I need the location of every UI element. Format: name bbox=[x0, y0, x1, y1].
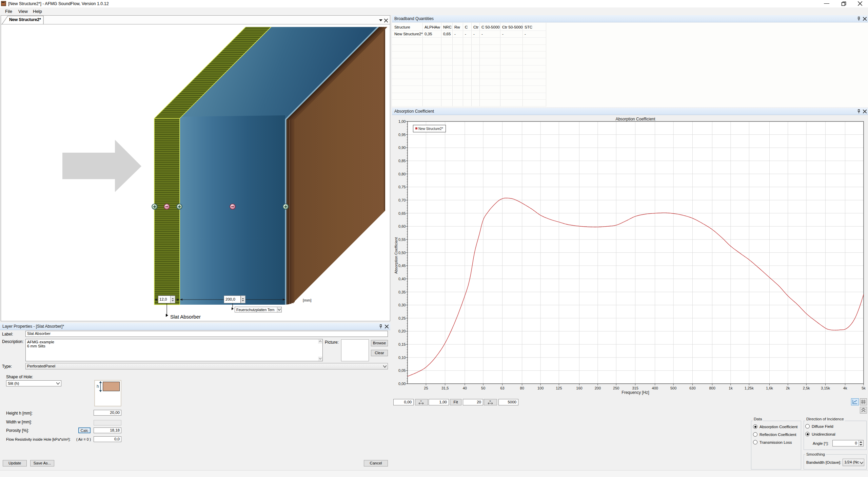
svg-text:0,70: 0,70 bbox=[398, 198, 406, 202]
svg-text:Y: Y bbox=[420, 400, 422, 403]
svg-text:1,6k: 1,6k bbox=[766, 386, 773, 390]
svg-text:New Structure2*: New Structure2* bbox=[418, 127, 443, 131]
svg-text:2k: 2k bbox=[786, 386, 790, 390]
svg-text:0,75: 0,75 bbox=[398, 185, 406, 189]
svg-text:4k: 4k bbox=[843, 386, 847, 390]
svg-text:0,80: 0,80 bbox=[398, 172, 406, 176]
svg-text:400: 400 bbox=[652, 386, 658, 390]
svg-text:[mm]: [mm] bbox=[303, 298, 312, 302]
svg-text:0,85: 0,85 bbox=[398, 159, 406, 163]
svg-text:5k: 5k bbox=[862, 386, 866, 390]
svg-text:800: 800 bbox=[709, 386, 715, 390]
svg-text:160: 160 bbox=[576, 386, 582, 390]
svg-text:125: 125 bbox=[556, 386, 562, 390]
svg-text:0,15: 0,15 bbox=[398, 342, 406, 346]
svg-text:0,00: 0,00 bbox=[398, 382, 406, 386]
svg-text:25: 25 bbox=[424, 386, 428, 390]
svg-text:315: 315 bbox=[632, 386, 638, 390]
svg-text:0,55: 0,55 bbox=[398, 237, 406, 242]
svg-text:0,30: 0,30 bbox=[398, 303, 406, 307]
svg-text:0,05: 0,05 bbox=[398, 368, 406, 373]
svg-text:0,25: 0,25 bbox=[398, 316, 406, 320]
svg-text:0,50: 0,50 bbox=[398, 251, 406, 255]
svg-text:1k: 1k bbox=[729, 386, 733, 390]
svg-text:0,65: 0,65 bbox=[398, 211, 406, 215]
svg-text:Absorption Coefficient: Absorption Coefficient bbox=[394, 237, 398, 273]
svg-text:250: 250 bbox=[613, 386, 619, 390]
svg-text:3,15k: 3,15k bbox=[821, 386, 830, 390]
svg-text:80: 80 bbox=[520, 386, 524, 390]
svg-text:0,60: 0,60 bbox=[398, 224, 406, 228]
svg-text:40: 40 bbox=[463, 386, 467, 390]
svg-text:500: 500 bbox=[670, 386, 676, 390]
svg-text:Slat Absorber: Slat Absorber bbox=[170, 314, 201, 320]
svg-text:63: 63 bbox=[500, 386, 504, 390]
svg-text:100: 100 bbox=[537, 386, 544, 390]
svg-text:0,10: 0,10 bbox=[398, 356, 406, 360]
svg-text:Frequency [Hz]: Frequency [Hz] bbox=[622, 390, 649, 395]
svg-text:1,25k: 1,25k bbox=[745, 386, 754, 390]
svg-text:0,20: 0,20 bbox=[398, 329, 406, 333]
svg-text:0,40: 0,40 bbox=[398, 277, 406, 281]
svg-text:31,5: 31,5 bbox=[441, 386, 449, 390]
svg-text:2,5k: 2,5k bbox=[803, 386, 810, 390]
svg-text:0,35: 0,35 bbox=[398, 290, 406, 294]
svg-text:Absorption Coefficient: Absorption Coefficient bbox=[615, 117, 655, 121]
svg-text:50: 50 bbox=[481, 386, 485, 390]
svg-text:200: 200 bbox=[595, 386, 601, 390]
svg-text:0,90: 0,90 bbox=[398, 146, 406, 150]
svg-text:630: 630 bbox=[689, 386, 695, 390]
svg-text:0,95: 0,95 bbox=[398, 133, 406, 137]
svg-text:1,00: 1,00 bbox=[398, 119, 406, 123]
svg-text:X: X bbox=[489, 400, 491, 403]
svg-text:0,45: 0,45 bbox=[398, 264, 406, 268]
